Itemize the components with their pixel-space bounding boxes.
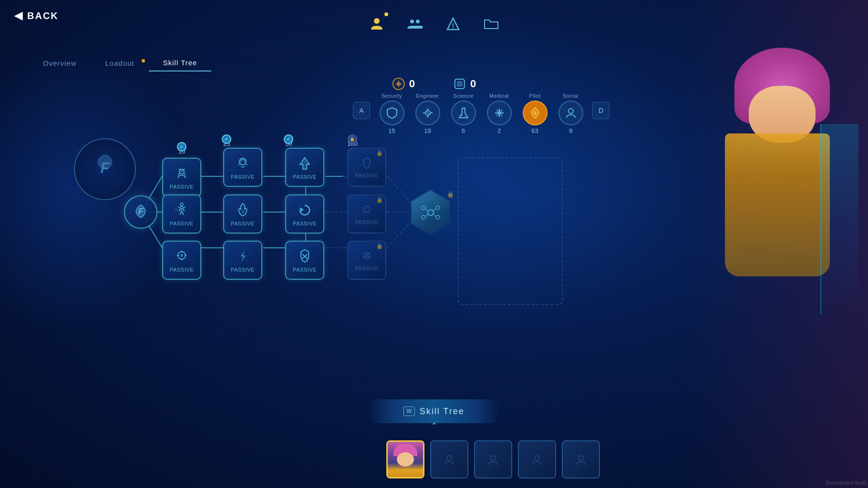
skill-bar-key: W [403,407,414,416]
lock-100: 🔒 [348,134,357,144]
node-bot-2[interactable]: Passive [223,241,262,280]
tab-skill-tree[interactable]: Skill Tree [149,55,212,71]
node-bot-1[interactable]: Passive [162,241,201,280]
party-slot-4[interactable] [518,440,556,478]
character-icon [369,16,384,31]
node-top-4-label: Passive [355,173,379,178]
social-icon-wrapper [558,101,583,125]
node-mid-4-icon [360,203,374,217]
node-bot-2-icon [234,248,251,265]
node-mid-4[interactable]: 🔒 Passive [347,194,386,234]
top-nav-team[interactable] [405,14,424,33]
final-hex-node[interactable] [408,190,453,235]
category-science[interactable]: Science 6 [445,93,481,134]
medical-label: Medical [489,93,509,99]
category-security[interactable]: Security 15 [374,93,410,134]
party-bar [386,440,600,478]
science-icon-wrapper [451,101,476,125]
check-10: ✓ [177,142,186,152]
pilot-icon [528,106,542,120]
node-mid-3[interactable]: Passive [285,194,324,234]
empty-slot-5 [563,441,599,478]
node-top-2-icon [234,155,251,172]
node-top-3-wrapper: Passive [285,148,324,187]
hex-lock-icon: 🔒 [447,191,454,198]
node-bot-3-wrapper: Passive [285,241,324,280]
char-face [749,86,816,143]
science-icon [457,106,470,120]
svg-line-62 [425,214,428,216]
medical-icon [493,106,506,120]
bronze-coin-icon [392,77,405,91]
node-top-4[interactable]: 🔒 Passive [347,148,386,187]
milestone-50-header: ✓ 50 [285,140,292,147]
svg-point-15 [568,109,573,113]
node-mid-1[interactable]: Passive [162,194,201,234]
social-label: Social [563,93,579,99]
node-bot-4[interactable]: 🔒 Passive [347,241,386,280]
node-top-3-icon [296,155,313,172]
node-mid-3-label: Passive [293,221,317,226]
category-social[interactable]: Social 9 [553,93,589,134]
hex-icon [419,201,443,224]
svg-point-67 [579,456,583,460]
pilot-label: Pilot [529,93,541,99]
back-label: BACK [27,10,59,21]
node-mid-3-icon [296,202,313,219]
party-slot-1[interactable] [386,440,424,478]
security-icon [385,106,399,120]
empty-slot-3 [475,441,511,478]
category-medical[interactable]: Medical 2 [481,93,517,134]
lock-icon-bot-4: 🔒 [376,243,383,249]
category-engineer[interactable]: Engineer 19 [410,93,445,134]
top-nav-character[interactable] [367,14,386,33]
svg-point-51 [363,206,370,213]
party-slot-5[interactable] [562,440,600,478]
folder-icon [484,16,499,31]
category-nav-left[interactable]: A [353,102,370,119]
skill-bar-label: Skill Tree [420,407,465,417]
svg-line-63 [434,214,436,216]
back-button[interactable]: ◀ BACK [14,10,59,22]
node-mid-4-wrapper: 🔒 Passive [347,194,386,234]
node-mid-2-label: Passive [231,221,255,226]
svg-point-46 [240,160,242,162]
milestone-10: ✓ 10 Passive [162,148,201,197]
node-mid-2[interactable]: Passive [223,194,262,234]
svg-point-1 [410,20,414,23]
start-node[interactable]: F [124,195,157,229]
info-icon: ! [445,16,461,31]
final-hex-wrapper: 🔒 [408,190,453,235]
node-bot-3[interactable]: Passive [285,241,324,280]
empty-slot-icon-4 [530,452,544,467]
node-top-3[interactable]: Passive [285,148,324,187]
right-character [687,0,868,488]
category-pilot[interactable]: Pilot 63 [517,93,553,134]
top-nav-folder[interactable] [482,14,501,33]
dev-build-label: Development Build [826,480,866,486]
category-nav-right[interactable]: D [592,102,610,119]
node-top-1-label: Passive [170,184,194,190]
svg-point-57 [436,206,440,210]
lock-icon-top-4: 🔒 [376,150,383,156]
node-mid-1-wrapper: Passive [162,194,201,234]
node-mid-1-icon [173,202,190,219]
node-top-1[interactable]: Passive [162,158,201,197]
tab-overview[interactable]: Overview [29,55,91,71]
tab-loadout[interactable]: Loadout [91,55,149,71]
node-bot-4-wrapper: 🔒 Passive [347,241,386,280]
top-nav-dot [384,12,388,16]
svg-point-65 [491,456,496,460]
node-bot-1-wrapper: Passive [162,241,201,280]
empty-slot-icon-3 [486,452,500,467]
node-top-2[interactable]: Passive [223,148,262,187]
top-nav-info[interactable]: ! [444,14,463,33]
party-slot-2[interactable] [430,440,468,478]
party-slot-3[interactable] [474,440,512,478]
node-mid-4-label: Passive [355,219,379,225]
skill-bar-button[interactable]: W Skill Tree [367,399,501,423]
svg-point-59 [436,215,440,219]
medical-icon-wrapper [487,101,512,125]
science-label: Science [453,93,474,99]
empty-slot-icon-5 [574,452,588,467]
